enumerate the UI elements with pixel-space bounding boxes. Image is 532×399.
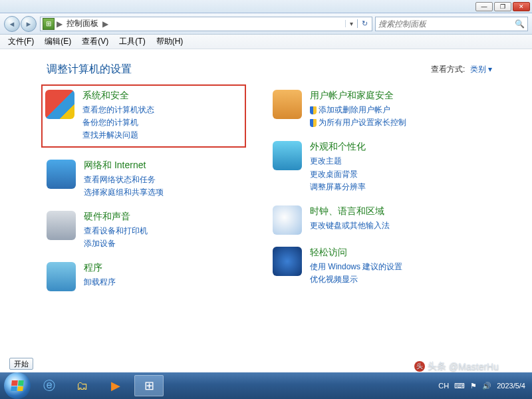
category-title[interactable]: 程序 xyxy=(84,262,246,274)
system-tray: CH ⌨ ⚑ 🔊 2023/5/4 xyxy=(438,382,528,390)
menu-file[interactable]: 文件(F) xyxy=(3,35,39,49)
category-title[interactable]: 轻松访问 xyxy=(310,247,472,259)
category-link[interactable]: 更改桌面背景 xyxy=(310,168,472,181)
keyboard-icon[interactable]: ⌨ xyxy=(454,382,465,390)
menu-help[interactable]: 帮助(H) xyxy=(151,35,189,49)
volume-icon[interactable]: 🔊 xyxy=(482,382,491,390)
category-link[interactable]: 备份您的计算机 xyxy=(82,116,242,129)
category-item: 系统和安全查看您的计算机状态备份您的计算机查找并解决问题 xyxy=(41,84,246,148)
maximize-button[interactable]: ❐ xyxy=(494,2,511,11)
category-icon xyxy=(45,90,74,119)
category-icon xyxy=(47,211,76,240)
viewby-label: 查看方式: xyxy=(431,65,465,74)
close-button[interactable]: ✕ xyxy=(513,2,530,11)
nav-back-forward: ◄ ► xyxy=(4,16,37,32)
category-link[interactable]: 添加设备 xyxy=(84,237,246,250)
category-title[interactable]: 时钟、语言和区域 xyxy=(310,205,472,217)
category-item: 网络和 Internet查看网络状态和任务选择家庭组和共享选项 xyxy=(47,160,246,199)
category-icon xyxy=(47,262,76,291)
taskbar: ⓔ 🗂 ▶ ⊞ CH ⌨ ⚑ 🔊 2023/5/4 xyxy=(0,372,532,399)
menu-view[interactable]: 查看(V) xyxy=(76,35,114,49)
control-panel-icon: ⊞ xyxy=(43,18,55,30)
category-title[interactable]: 网络和 Internet xyxy=(84,160,246,172)
page-title: 调整计算机的设置 xyxy=(47,63,431,76)
category-title[interactable]: 硬件和声音 xyxy=(84,211,246,223)
taskbar-control-panel-icon[interactable]: ⊞ xyxy=(134,375,164,396)
viewby-dropdown[interactable]: 类别 ▾ xyxy=(470,65,492,74)
forward-button[interactable]: ► xyxy=(21,16,37,32)
category-title[interactable]: 外观和个性化 xyxy=(310,141,472,153)
back-button[interactable]: ◄ xyxy=(4,16,20,32)
category-item: 时钟、语言和区域更改键盘或其他输入法 xyxy=(273,205,472,235)
category-title[interactable]: 系统和安全 xyxy=(82,90,242,102)
search-input[interactable] xyxy=(378,19,515,29)
menu-edit[interactable]: 编辑(E) xyxy=(39,35,76,49)
category-item: 轻松访问使用 Windows 建议的设置优化视频显示 xyxy=(273,247,472,286)
category-link[interactable]: 调整屏幕分辨率 xyxy=(310,181,472,194)
breadcrumb-sep: ▶ xyxy=(102,19,108,29)
address-bar[interactable]: ⊞ ▶ 控制面板 ▶ ▾ ↻ xyxy=(40,17,372,31)
tray-date[interactable]: 2023/5/4 xyxy=(497,382,525,390)
category-link[interactable]: 卸载程序 xyxy=(84,276,246,289)
action-flag-icon[interactable]: ⚑ xyxy=(470,382,477,390)
breadcrumb-sep: ▶ xyxy=(57,19,63,29)
category-link[interactable]: 更改键盘或其他输入法 xyxy=(310,219,472,232)
category-icon xyxy=(47,160,76,189)
refresh-button[interactable]: ↻ xyxy=(357,19,372,28)
taskbar-ie-icon[interactable]: ⓔ xyxy=(35,375,64,396)
category-item: 用户帐户和家庭安全添加或删除用户帐户为所有用户设置家长控制 xyxy=(273,90,472,129)
category-icon xyxy=(273,247,302,276)
category-icon xyxy=(273,141,302,170)
category-link[interactable]: 查找并解决问题 xyxy=(82,129,242,142)
start-label[interactable]: 开始 xyxy=(9,358,33,370)
category-link[interactable]: 查看网络状态和任务 xyxy=(84,174,246,186)
category-link[interactable]: 使用 Windows 建议的设置 xyxy=(310,261,472,273)
menu-bar: 文件(F) 编辑(E) 查看(V) 工具(T) 帮助(H) xyxy=(0,35,532,49)
category-item: 硬件和声音查看设备和打印机添加设备 xyxy=(47,211,246,250)
breadcrumb-item[interactable]: 控制面板 xyxy=(66,18,98,29)
taskbar-explorer-icon[interactable]: 🗂 xyxy=(68,375,97,396)
category-link[interactable]: 优化视频显示 xyxy=(310,273,472,286)
start-button[interactable] xyxy=(4,372,31,399)
category-link[interactable]: 更改主题 xyxy=(310,155,472,168)
menu-tools[interactable]: 工具(T) xyxy=(114,35,150,49)
search-box[interactable]: 🔍 xyxy=(375,17,528,31)
category-icon xyxy=(273,205,302,235)
minimize-button[interactable]: — xyxy=(475,2,493,11)
category-link[interactable]: 查看您的计算机状态 xyxy=(82,104,242,116)
category-link[interactable]: 添加或删除用户帐户 xyxy=(310,104,472,116)
shield-icon xyxy=(310,119,317,127)
category-icon xyxy=(273,90,302,119)
search-icon[interactable]: 🔍 xyxy=(515,19,525,29)
category-title[interactable]: 用户帐户和家庭安全 xyxy=(310,90,472,102)
category-item: 外观和个性化更改主题更改桌面背景调整屏幕分辨率 xyxy=(273,141,472,194)
category-item: 程序卸载程序 xyxy=(47,262,246,291)
category-link[interactable]: 选择家庭组和共享选项 xyxy=(84,186,246,199)
taskbar-media-icon[interactable]: ▶ xyxy=(101,375,130,396)
breadcrumb-dropdown[interactable]: ▾ xyxy=(345,20,357,27)
ime-indicator[interactable]: CH xyxy=(438,382,449,390)
category-link[interactable]: 为所有用户设置家长控制 xyxy=(310,116,472,129)
category-link[interactable]: 查看设备和打印机 xyxy=(84,225,246,237)
shield-icon xyxy=(310,106,317,114)
